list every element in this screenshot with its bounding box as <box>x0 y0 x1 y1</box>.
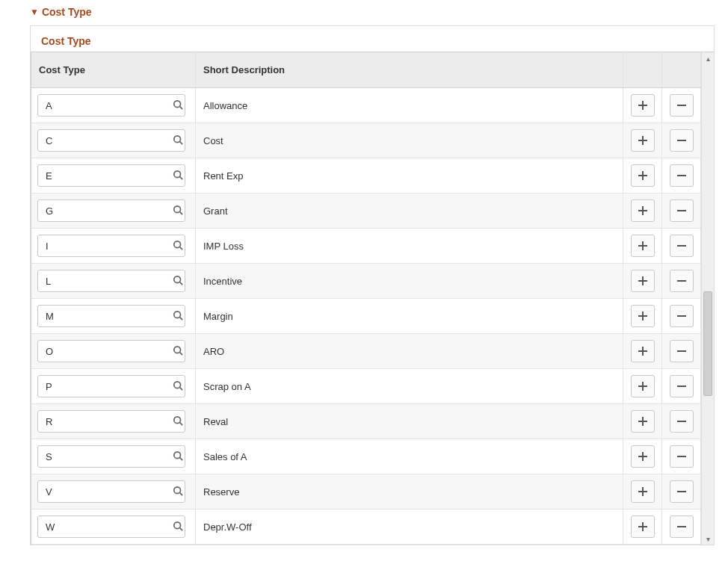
remove-row-button[interactable] <box>670 410 694 433</box>
remove-row-button[interactable] <box>670 235 694 257</box>
cell-cost-type <box>31 369 196 403</box>
svg-line-11 <box>180 176 183 179</box>
cost-type-grid: Cost Type Short Description AllowanceCos… <box>31 52 701 545</box>
add-row-button[interactable] <box>631 94 655 117</box>
cost-type-input[interactable] <box>44 521 173 533</box>
search-icon[interactable] <box>173 450 183 463</box>
search-icon[interactable] <box>173 205 183 217</box>
remove-row-button[interactable] <box>670 305 694 327</box>
add-row-button[interactable] <box>631 129 655 152</box>
cost-type-input[interactable] <box>44 240 173 253</box>
cell-short-description: Grant <box>196 193 623 228</box>
remove-row-button[interactable] <box>670 515 694 538</box>
remove-row-button[interactable] <box>670 480 694 503</box>
scroll-down-icon[interactable]: ▾ <box>702 533 714 545</box>
add-row-button[interactable] <box>631 164 655 187</box>
cost-type-lookup <box>37 164 185 187</box>
remove-row-button[interactable] <box>670 94 694 117</box>
header-add-col <box>623 52 662 87</box>
collapse-icon: ▼ <box>30 7 39 16</box>
svg-rect-49 <box>677 421 686 422</box>
search-icon[interactable] <box>173 345 183 358</box>
add-row-button[interactable] <box>631 480 655 503</box>
search-icon[interactable] <box>173 134 183 147</box>
add-row-button[interactable] <box>631 235 655 257</box>
add-row-button[interactable] <box>631 515 655 538</box>
cell-short-description: Depr.W-Off <box>196 510 623 544</box>
search-icon[interactable] <box>173 170 183 182</box>
table-row: Reserve <box>31 474 701 510</box>
remove-row-button[interactable] <box>670 270 694 292</box>
svg-rect-38 <box>638 350 647 352</box>
search-icon[interactable] <box>173 521 183 533</box>
svg-point-35 <box>174 346 181 353</box>
cost-type-input[interactable] <box>44 450 173 463</box>
short-description-text: Reserve <box>203 486 239 498</box>
cost-type-input[interactable] <box>44 134 173 147</box>
remove-row-button[interactable] <box>670 164 694 187</box>
add-row-button[interactable] <box>631 270 655 292</box>
grid-title: Cost Type <box>41 35 714 47</box>
svg-point-20 <box>174 241 181 247</box>
add-row-button[interactable] <box>631 410 655 433</box>
search-icon[interactable] <box>173 99 183 112</box>
cell-short-description: ARO <box>196 334 623 368</box>
cell-short-description: Reval <box>196 404 623 439</box>
header-cost-type[interactable]: Cost Type <box>31 52 196 87</box>
svg-line-56 <box>180 492 183 495</box>
header-short-description[interactable]: Short Description <box>196 52 623 87</box>
cell-remove <box>662 369 701 403</box>
add-row-button[interactable] <box>631 445 655 468</box>
svg-line-26 <box>180 282 183 285</box>
cell-cost-type <box>31 510 196 544</box>
search-icon[interactable] <box>173 310 183 323</box>
svg-line-41 <box>180 387 183 390</box>
header-remove-col <box>662 52 701 87</box>
cost-type-input[interactable] <box>44 345 173 358</box>
cost-type-input[interactable] <box>44 205 173 217</box>
remove-row-button[interactable] <box>670 199 694 222</box>
vertical-scrollbar[interactable]: ▴ ▾ <box>701 52 714 545</box>
search-icon[interactable] <box>173 415 183 428</box>
cost-type-input[interactable] <box>44 486 173 498</box>
cell-add <box>623 229 662 263</box>
remove-row-button[interactable] <box>670 129 694 152</box>
cell-cost-type <box>31 264 196 298</box>
cell-remove <box>662 334 701 368</box>
svg-rect-54 <box>677 456 686 457</box>
cost-type-input[interactable] <box>44 99 173 112</box>
cell-remove <box>662 404 701 439</box>
remove-row-button[interactable] <box>670 340 694 362</box>
search-icon[interactable] <box>173 275 183 288</box>
cost-type-input[interactable] <box>44 170 173 182</box>
cost-type-lookup <box>37 129 185 152</box>
cost-type-input[interactable] <box>44 310 173 323</box>
cell-cost-type <box>31 334 196 368</box>
cell-remove <box>662 158 701 193</box>
short-description-text: Rent Exp <box>203 170 243 182</box>
cell-remove <box>662 193 701 228</box>
cost-type-input[interactable] <box>44 415 173 428</box>
add-row-button[interactable] <box>631 199 655 222</box>
cost-type-input[interactable] <box>44 275 173 288</box>
svg-point-50 <box>174 451 181 458</box>
scroll-thumb[interactable] <box>703 291 712 396</box>
add-row-button[interactable] <box>631 305 655 327</box>
cost-type-input[interactable] <box>44 380 173 393</box>
cell-short-description: Reserve <box>196 474 623 509</box>
scroll-up-icon[interactable]: ▴ <box>702 52 714 64</box>
cell-remove <box>662 88 701 123</box>
search-icon[interactable] <box>173 380 183 393</box>
short-description-text: IMP Loss <box>203 241 244 252</box>
search-icon[interactable] <box>173 486 183 498</box>
section-header[interactable]: ▼ Cost Type <box>30 6 715 18</box>
remove-row-button[interactable] <box>670 445 694 468</box>
add-row-button[interactable] <box>631 340 655 362</box>
table-row: Reval <box>31 404 701 439</box>
remove-row-button[interactable] <box>670 375 694 397</box>
search-icon[interactable] <box>173 240 183 253</box>
svg-rect-43 <box>638 385 647 387</box>
add-row-button[interactable] <box>631 375 655 397</box>
cell-cost-type <box>31 88 196 123</box>
table-row: Cost <box>31 123 701 158</box>
